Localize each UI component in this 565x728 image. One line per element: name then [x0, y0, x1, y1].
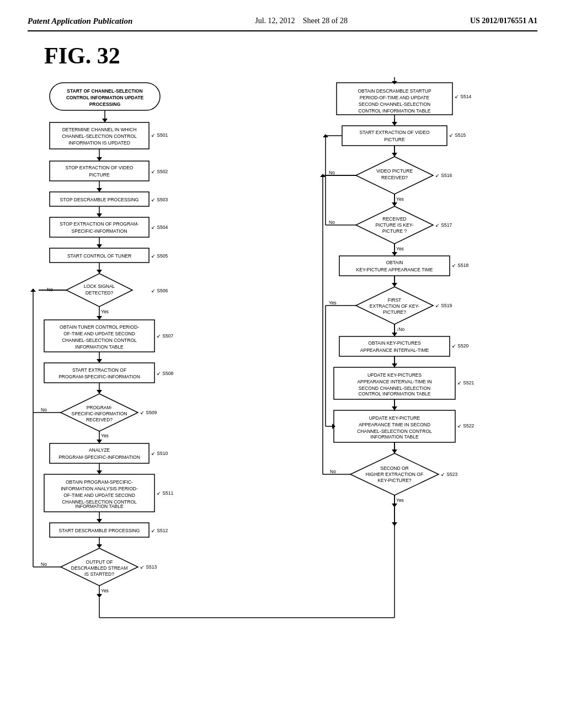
svg-text:PICTURE?: PICTURE? [383, 309, 406, 315]
svg-text:PICTURE IS KEY-: PICTURE IS KEY- [375, 222, 413, 228]
svg-text:↙ S509: ↙ S509 [140, 410, 157, 415]
svg-marker-12 [97, 157, 102, 161]
svg-text:START OF CHANNEL-SELECTION: START OF CHANNEL-SELECTION [67, 88, 142, 94]
svg-marker-57 [97, 390, 102, 394]
svg-text:CHANNEL-SELECTION CONTROL: CHANNEL-SELECTION CONTROL [62, 338, 137, 343]
svg-text:↙ S506: ↙ S506 [151, 288, 168, 293]
svg-marker-163 [392, 363, 397, 367]
svg-text:↙ S505: ↙ S505 [151, 253, 168, 259]
svg-text:CONTROL INFORMATION TABLE: CONTROL INFORMATION TABLE [359, 108, 431, 114]
svg-text:OBTAIN: OBTAIN [386, 260, 403, 265]
publication-date: Jul. 12, 2012 [255, 17, 295, 25]
svg-marker-34 [97, 270, 102, 274]
svg-text:OF-TIME AND UPDATE SECOND: OF-TIME AND UPDATE SECOND [63, 331, 135, 336]
svg-marker-112 [392, 122, 397, 126]
svg-marker-73 [97, 470, 102, 474]
svg-text:↙ S511: ↙ S511 [157, 490, 173, 496]
svg-text:Yes: Yes [101, 588, 109, 593]
svg-text:↙ S516: ↙ S516 [435, 173, 452, 178]
svg-text:No: No [41, 561, 47, 567]
svg-text:No: No [329, 170, 335, 175]
sheet-info: Sheet 28 of 28 [303, 17, 348, 25]
svg-text:RECEIVED?: RECEIVED? [86, 417, 113, 422]
svg-text:UPDATE KEY-PICTURES: UPDATE KEY-PICTURES [367, 372, 422, 378]
svg-text:STOP EXTRACTION OF PROGRAM-: STOP EXTRACTION OF PROGRAM- [60, 221, 138, 227]
svg-text:VIDEO PICTURE: VIDEO PICTURE [376, 168, 413, 174]
svg-text:OUTPUT OF: OUTPUT OF [86, 559, 113, 565]
svg-marker-118 [392, 153, 397, 157]
svg-text:↙ S514: ↙ S514 [455, 94, 471, 99]
svg-text:IS STARTED?: IS STARTED? [84, 571, 114, 577]
svg-text:PICTURE ?: PICTURE ? [382, 228, 407, 234]
figure-label: FIG. 32 [44, 42, 537, 69]
svg-text:INFORMATION IS UPDATED: INFORMATION IS UPDATED [68, 140, 130, 146]
svg-text:CONTROL INFORMATION TABLE: CONTROL INFORMATION TABLE [359, 391, 431, 397]
svg-marker-87 [97, 544, 102, 548]
svg-text:FIRST: FIRST [388, 297, 402, 303]
svg-text:KEY-PICTURE APPEARANCE TIME: KEY-PICTURE APPEARANCE TIME [356, 267, 433, 272]
page: Patent Application Publication Jul. 12, … [0, 0, 565, 728]
svg-text:SPECIFIC-INFORMATION: SPECIFIC-INFORMATION [72, 411, 127, 416]
svg-text:No: No [47, 287, 53, 292]
svg-text:↙ S504: ↙ S504 [151, 224, 168, 230]
svg-text:ANALYZE: ANALYZE [89, 447, 110, 453]
svg-text:No: No [41, 407, 47, 413]
svg-text:UPDATE KEY-PICTURE: UPDATE KEY-PICTURE [369, 415, 420, 421]
svg-text:STOP DESCRAMBLE PROCESSING: STOP DESCRAMBLE PROCESSING [60, 197, 139, 202]
svg-text:↙ S510: ↙ S510 [151, 451, 168, 456]
svg-text:CHANNEL-SELECTION CONTROL: CHANNEL-SELECTION CONTROL [357, 429, 432, 434]
svg-text:CHANNEL-SELECTION CONTROL: CHANNEL-SELECTION CONTROL [62, 133, 137, 139]
svg-text:Yes: Yes [396, 246, 404, 251]
svg-text:HIGHER EXTRACTION OF: HIGHER EXTRACTION OF [366, 472, 423, 477]
svg-marker-197 [392, 522, 397, 526]
svg-text:Yes: Yes [329, 300, 337, 306]
svg-text:STOP EXTRACTION OF VIDEO: STOP EXTRACTION OF VIDEO [66, 165, 134, 170]
svg-text:APPEARANCE INTERVAL-TIME IN: APPEARANCE INTERVAL-TIME IN [357, 379, 431, 384]
page-header: Patent Application Publication Jul. 12, … [28, 17, 537, 31]
svg-marker-195 [392, 504, 397, 507]
svg-text:↙ S523: ↙ S523 [441, 472, 457, 477]
svg-text:↙ S513: ↙ S513 [140, 564, 157, 570]
svg-text:RECEIVED: RECEIVED [382, 216, 406, 222]
svg-text:↙ S518: ↙ S518 [452, 263, 468, 268]
svg-text:PERIOD-OF-TIME AND UPDATE: PERIOD-OF-TIME AND UPDATE [360, 95, 430, 100]
svg-marker-18 [97, 188, 102, 192]
svg-text:PROGRAM-SPECIFIC-INFORMATION: PROGRAM-SPECIFIC-INFORMATION [58, 374, 140, 379]
svg-marker-141 [392, 252, 397, 256]
svg-marker-171 [392, 406, 397, 410]
svg-marker-51 [97, 359, 102, 363]
svg-text:PROCESSING: PROCESSING [89, 101, 121, 107]
svg-text:EXTRACTION OF KEY-: EXTRACTION OF KEY- [370, 303, 420, 309]
svg-marker-182 [392, 449, 397, 453]
svg-text:DETERMINE CHANNEL IN WHICH: DETERMINE CHANNEL IN WHICH [62, 127, 137, 132]
svg-text:↙ S503: ↙ S503 [151, 197, 168, 202]
svg-marker-157 [392, 333, 397, 336]
svg-text:SECOND CHANNEL-SELECTION: SECOND CHANNEL-SELECTION [359, 386, 430, 391]
svg-text:Yes: Yes [396, 196, 404, 202]
svg-text:↙ S519: ↙ S519 [435, 303, 452, 308]
svg-text:START EXTRACTION OF VIDEO: START EXTRACTION OF VIDEO [359, 130, 429, 135]
svg-text:SPECIFIC-INFORMATION: SPECIFIC-INFORMATION [72, 228, 127, 234]
svg-marker-82 [97, 519, 102, 523]
svg-text:↙ S512: ↙ S512 [151, 528, 168, 533]
svg-text:PROGRAM-: PROGRAM- [87, 405, 113, 410]
svg-rect-158 [339, 336, 450, 356]
svg-text:CONTROL INFORMATION UPDATE: CONTROL INFORMATION UPDATE [66, 95, 144, 100]
svg-text:Yes: Yes [101, 309, 109, 314]
svg-text:START EXTRACTION OF: START EXTRACTION OF [72, 367, 126, 373]
svg-text:SECOND OR: SECOND OR [380, 465, 408, 471]
svg-text:PICTURE: PICTURE [89, 172, 110, 178]
svg-rect-142 [339, 256, 450, 276]
svg-marker-5 [102, 119, 108, 122]
svg-text:↓No: ↓No [396, 326, 404, 332]
header-date-sheet: Jul. 12, 2012 Sheet 28 of 28 [255, 17, 348, 25]
svg-text:START CONTROL OF TUNER: START CONTROL OF TUNER [67, 253, 131, 259]
svg-text:INFORMATION TABLE: INFORMATION TABLE [370, 434, 419, 440]
svg-text:OBTAIN KEY-PICTURES: OBTAIN KEY-PICTURES [368, 340, 421, 346]
svg-text:SECOND CHANNEL-SELECTION: SECOND CHANNEL-SELECTION [359, 101, 430, 107]
svg-marker-96 [30, 288, 36, 292]
svg-text:DESCRAMBLED STREAM: DESCRAMBLED STREAM [71, 565, 128, 571]
svg-rect-68 [50, 443, 149, 463]
svg-text:↙ S522: ↙ S522 [457, 423, 474, 429]
svg-text:APPEARANCE TIME IN SECOND: APPEARANCE TIME IN SECOND [359, 422, 430, 427]
